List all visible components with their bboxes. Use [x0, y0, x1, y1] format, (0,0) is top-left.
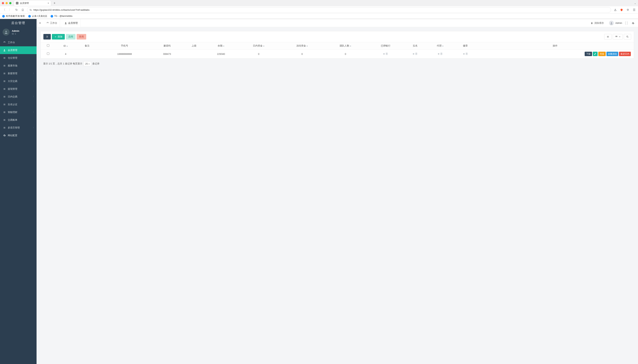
sidebar-item-label: 工作台 [8, 41, 15, 44]
refresh-icon [46, 36, 48, 38]
column-label: 手机号 [121, 44, 128, 47]
bookmark-icon[interactable] [21, 8, 25, 12]
avatar [609, 21, 614, 26]
column-header: 操作 [476, 42, 634, 50]
column-label: ID [64, 44, 66, 47]
sidebar-item[interactable]: 实名认证 [0, 100, 36, 108]
topbar-user[interactable]: Admin [609, 21, 622, 26]
brand-title: 后台管理 [0, 19, 36, 27]
sidebar-item[interactable]: 网站配置 [0, 132, 36, 139]
column-label: 团队人数 [340, 44, 349, 47]
sidebar-item[interactable]: 日内交易〈 [0, 93, 36, 100]
fullscreen-icon[interactable]: ⛶ [624, 22, 629, 24]
trash-icon [590, 22, 593, 24]
sidebar-item[interactable]: 提现管理 [0, 85, 36, 93]
tabs-overflow-icon[interactable]: ⌄ [634, 2, 636, 4]
bookmarks-bar: 程序搭建/开发/修复 认准->天美社区 TG：@tianmeibbs [0, 14, 638, 19]
enable-button[interactable]: 启用 [66, 34, 76, 40]
column-header[interactable]: 代理◆ [426, 42, 454, 50]
gear-icon [3, 134, 6, 137]
sidebar-item-label: 提现管理 [8, 87, 17, 91]
refresh-button[interactable] [44, 34, 51, 40]
column-header[interactable]: 余额◆ [205, 42, 237, 50]
cell-invite: 308473 [151, 50, 183, 58]
tab-dashboard[interactable]: 工作台 [44, 19, 60, 27]
sidebar: 后台管理 Admin ID: 1 工作台会员管理仓位管理股票市场新股管理〈大宗交… [0, 19, 36, 364]
sidebar-item-label: 仓位管理 [8, 56, 17, 60]
nav-forward-icon[interactable]: 〉 [8, 8, 12, 12]
browser-tab[interactable]: 会员管理 × [14, 0, 51, 6]
disable-button[interactable]: 禁用 [76, 34, 86, 40]
app-menu-icon[interactable]: ☰ [632, 8, 636, 12]
tab-members[interactable]: 会员管理 [62, 19, 80, 27]
new-tab-button[interactable]: + [52, 1, 57, 5]
column-header: 已绑银行 [367, 42, 404, 50]
share-icon[interactable] [613, 8, 617, 12]
window-minimize-icon[interactable] [6, 2, 8, 4]
tab-close-icon[interactable]: × [48, 2, 49, 4]
row-ops: 下级充值余额冻结返还日内 [478, 52, 633, 56]
bookmark-item[interactable]: TG：@tianmeibbs [50, 14, 72, 18]
sidebar-item[interactable]: 智能理财〈 [0, 108, 36, 116]
sidebar-item[interactable]: 新股管理〈 [0, 70, 36, 77]
address-bar[interactable]: https://gupiao102.timibbs.cc/backs/user?… [27, 7, 611, 13]
op-freeze-button[interactable]: 余额冻结 [606, 52, 618, 56]
content: ＋ 添加 启用 禁用 ▾ [36, 27, 638, 73]
sidebar-item[interactable]: 仓位管理 [0, 54, 36, 62]
bookmark-item[interactable]: 程序搭建/开发/修复 [2, 14, 25, 18]
sidebar-item[interactable]: 交易账单 [0, 116, 36, 124]
add-button[interactable]: ＋ 添加 [52, 34, 65, 40]
op-subordinate-button[interactable]: 下级 [585, 52, 592, 56]
sort-icon: ◆ [223, 45, 224, 47]
page-size-select[interactable]: 25 ▴ [84, 61, 91, 66]
column-header[interactable]: 日内资金◆ [237, 42, 280, 50]
sidebar-item[interactable]: 大宗交易〈 [0, 77, 36, 85]
sidebar-item-label: 智能理财 [8, 110, 17, 114]
op-recharge-button[interactable]: 充值 [598, 52, 606, 56]
nav-back-icon[interactable]: 〈 [2, 8, 6, 12]
topbar-user-name: Admin [615, 22, 622, 24]
list-icon [3, 88, 6, 90]
sidebar-item[interactable]: 多语言管理〈 [0, 124, 36, 132]
bookmark-favicon-icon [2, 15, 5, 18]
column-header[interactable]: ID◆ [55, 42, 76, 50]
clear-cache-button[interactable]: 清除缓存 [590, 22, 604, 25]
bookmark-item[interactable]: 认准->天美社区 [28, 14, 47, 18]
site-settings-icon[interactable] [29, 8, 32, 11]
tab-label: 工作台 [50, 22, 57, 25]
search-button[interactable] [624, 34, 631, 40]
clear-cache-label: 清除缓存 [594, 22, 604, 25]
select-all-checkbox[interactable] [47, 44, 49, 47]
sidebar-item[interactable]: 股票市场 [0, 62, 36, 70]
window-zoom-icon[interactable] [9, 2, 12, 4]
column-label: 备注 [85, 44, 90, 47]
sidebar-user[interactable]: Admin ID: 1 [0, 27, 36, 38]
sidebar-item-label: 会员管理 [8, 48, 17, 52]
op-return-button[interactable]: 返还日内 [619, 52, 631, 56]
row-checkbox[interactable] [47, 52, 49, 55]
op-edit-button[interactable] [593, 52, 598, 56]
sidebar-toggle-icon[interactable]: ≡ [39, 22, 41, 25]
column-header[interactable]: 冻结资金◆ [280, 42, 324, 50]
svg-point-7 [626, 36, 628, 37]
column-label: 已绑银行 [381, 44, 390, 47]
sidebar-item[interactable]: 工作台 [0, 38, 36, 46]
settings-gear-icon[interactable] [630, 22, 636, 24]
page-size-value: 25 [85, 62, 88, 65]
view-grid-button[interactable]: ▾ [613, 34, 623, 40]
main: ≡ 工作台 会员管理 清除缓存 Admin ⛶ [36, 19, 638, 364]
column-label: 邀请码 [164, 44, 170, 47]
chevron-left-icon: 〈 [32, 126, 34, 129]
pagination: 显示 1/1 页，总共 1 条记录 每页显示 25 ▴ 条记录 [40, 59, 634, 69]
window-close-icon[interactable] [2, 2, 4, 4]
column-header[interactable]: 团队人数◆ [324, 42, 367, 50]
sidebar-item[interactable]: 会员管理 [0, 46, 36, 54]
list-icon [3, 72, 6, 75]
pager-prefix: 显示 1/1 页，总共 1 条记录 每页显示 [43, 62, 82, 65]
caret-up-icon: ▴ [88, 63, 90, 64]
nav-reload-icon[interactable]: ↻ [14, 8, 18, 12]
view-list-button[interactable] [604, 34, 612, 40]
pager-suffix: 条记录 [92, 62, 100, 65]
extensions-icon[interactable] [626, 8, 630, 12]
brave-shield-icon[interactable] [620, 8, 624, 12]
